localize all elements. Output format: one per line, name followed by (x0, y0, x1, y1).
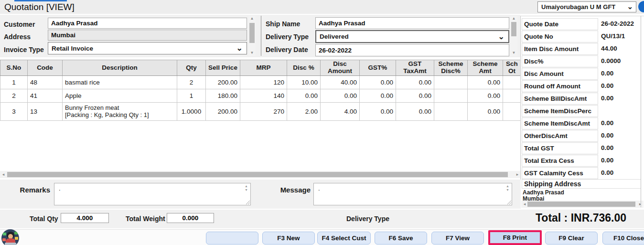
invoice-type-value: Retail Invoice (52, 45, 93, 52)
col-mrp: MRP (240, 60, 287, 76)
remarks-label: Remarks (0, 186, 50, 194)
scroll-left-icon[interactable]: ◂ (521, 201, 528, 208)
col-code: Code (28, 60, 63, 76)
col-qty: Qty (177, 60, 206, 76)
col-gst-pct: GST% (360, 60, 396, 76)
notification-circle-icon[interactable] (638, 1, 644, 12)
cell-sell-price: 200.00 (206, 76, 240, 89)
cell-mrp: 120 (240, 76, 287, 89)
invoice-type-select[interactable]: Retail Invoice ⌄ (48, 42, 247, 54)
delivery-type-value: Delivered (320, 33, 349, 40)
company-selector[interactable]: Umaiyorubagan U M GFT ⌄ (537, 1, 636, 12)
f7-view-button[interactable]: F7 View (431, 232, 484, 245)
customer-form-scrollbar[interactable]: ▲ ▼ (248, 16, 256, 56)
cell-gst-taxamt: 0.00 (396, 89, 434, 103)
cell-code: 13 (28, 103, 63, 121)
cell-sell-price: 200.00 (206, 103, 240, 121)
f6-save-button[interactable]: F6 Save (375, 232, 427, 245)
items-table: S.No Code Description Qty Sell Price MRP… (0, 60, 521, 121)
table-row[interactable]: 2 41 Apple 1 180.00 140 0.00 0.00 0.00 0… (0, 89, 521, 103)
summary-value: 0.00 (601, 82, 613, 89)
summary-label: Disc% (522, 55, 598, 67)
summary-value: 26-02-2022 (601, 20, 634, 27)
scroll-right-icon[interactable]: ▸ (637, 201, 644, 208)
cell-sch-ot (503, 103, 521, 121)
col-sno: S.No (0, 60, 28, 76)
scrollbar-thumb[interactable] (527, 202, 635, 207)
customer-input[interactable] (48, 18, 247, 29)
summary-label: Item Disc Amount (522, 43, 598, 55)
remarks-textarea[interactable]: . ▲ ▼ (54, 183, 251, 205)
blank-button[interactable] (206, 232, 258, 245)
cell-disc-amount: 4.00 (321, 103, 360, 121)
shipping-address-header: Shipping Address (522, 179, 641, 189)
cell-qty: 2 (177, 76, 206, 89)
scroll-right-icon[interactable]: ▸ (514, 171, 521, 178)
table-row[interactable]: 1 48 basmati rice 2 200.00 120 10.00 40.… (0, 76, 521, 89)
summary-label: Scheme ItemDiscPerc (522, 105, 598, 117)
summary-panel: Quote Date26-02-2022 Quote NoQU/13/1 Ite… (520, 16, 644, 207)
summary-value: QU/13/1 (601, 32, 625, 40)
cell-sell-price: 180.00 (206, 89, 240, 103)
cell-mrp: 140 (240, 89, 287, 103)
address-input[interactable] (48, 30, 247, 41)
summary-label: OtherDiscAmt (522, 130, 598, 142)
cell-sch-ot (503, 89, 521, 103)
panel-edge-divider (641, 16, 641, 207)
spinner-icons[interactable]: ▲ ▼ (504, 184, 511, 192)
f9-clear-button[interactable]: F9 Clear (545, 232, 598, 245)
ship-name-label: Ship Name (266, 20, 300, 28)
summary-horizontal-scrollbar[interactable]: ◂ ▸ (521, 201, 644, 208)
cell-disc-amount: 0.00 (321, 89, 360, 103)
invoice-type-label: Invoice Type (4, 46, 44, 53)
remarks-message-bar: Remarks . ▲ ▼ Message . ▲ ▼ (0, 180, 521, 209)
summary-label: Quote No (522, 31, 598, 43)
summary-value: 44.00 (601, 45, 617, 52)
quotation-view-window: Quotation [VIEW] Umaiyorubagan U M GFT ⌄… (0, 0, 644, 245)
table-row[interactable]: 3 13 Bunny Frozen meat [Packing : Kg, Pa… (0, 103, 521, 121)
delivery-date-input[interactable] (315, 44, 509, 56)
scroll-down-icon[interactable]: ▼ (510, 50, 517, 56)
resize-grip-icon[interactable] (506, 200, 511, 204)
summary-label: Total GST (522, 142, 598, 154)
support-avatar-icon[interactable] (1, 229, 19, 245)
cell-gst-pct: 0.00 (360, 103, 396, 121)
resize-grip-icon[interactable] (245, 200, 250, 204)
delivery-type-footer-label: Delivery Type (334, 215, 401, 223)
cell-qty: 1.0000 (177, 103, 206, 121)
table-horizontal-scrollbar[interactable]: ◂ ▸ (0, 171, 521, 178)
delivery-date-label: Delivery Date (266, 46, 308, 53)
summary-label: Quote Date (522, 18, 598, 30)
f10-close-button[interactable]: F10 Close (602, 232, 644, 245)
f4-select-cust-button[interactable]: F4 Select Cust (317, 232, 371, 245)
scrollbar-thumb[interactable] (249, 23, 255, 43)
total-weight-input[interactable] (167, 213, 214, 223)
function-button-bar: F3 New F4 Select Cust F6 Save F7 View F8… (0, 229, 644, 245)
delivery-type-label: Delivery Type (266, 33, 309, 41)
spinner-up-icon: ▲ (506, 184, 509, 188)
total-qty-label: Total Qty (30, 215, 58, 223)
scrollbar-thumb[interactable] (7, 172, 508, 177)
cell-scheme-disc (434, 103, 468, 121)
scroll-up-icon[interactable]: ▲ (248, 16, 256, 21)
f3-new-button[interactable]: F3 New (262, 232, 315, 245)
cell-gst-taxamt: 0.00 (396, 76, 434, 89)
cell-gst-pct: 0.00 (360, 89, 396, 103)
title-bar: Quotation [VIEW] Umaiyorubagan U M GFT ⌄ (0, 0, 644, 14)
ship-name-input[interactable] (315, 17, 509, 29)
scroll-down-icon[interactable]: ▼ (248, 50, 256, 56)
col-scheme-amt: Scheme Amt (468, 60, 503, 76)
spinner-icons[interactable]: ▲ ▼ (243, 184, 249, 192)
message-textarea[interactable]: . ▲ ▼ (313, 183, 512, 205)
f8-print-button[interactable]: F8 Print (488, 230, 542, 245)
shipping-form-scrollbar[interactable]: ▲ ▼ (510, 16, 517, 56)
cell-scheme-amt: 0.00 (468, 76, 503, 89)
table-header-row: S.No Code Description Qty Sell Price MRP… (0, 60, 521, 76)
total-qty-input[interactable] (61, 213, 109, 223)
scrollbar-thumb[interactable] (511, 22, 516, 36)
scroll-left-icon[interactable]: ◂ (0, 171, 7, 178)
scroll-up-icon[interactable]: ▲ (510, 16, 517, 21)
delivery-type-select[interactable]: Delivered ⌄ (315, 30, 509, 43)
header-form-area: Customer Address Invoice Type Retail Inv… (0, 15, 520, 57)
summary-value: 0.0000 (601, 57, 621, 64)
